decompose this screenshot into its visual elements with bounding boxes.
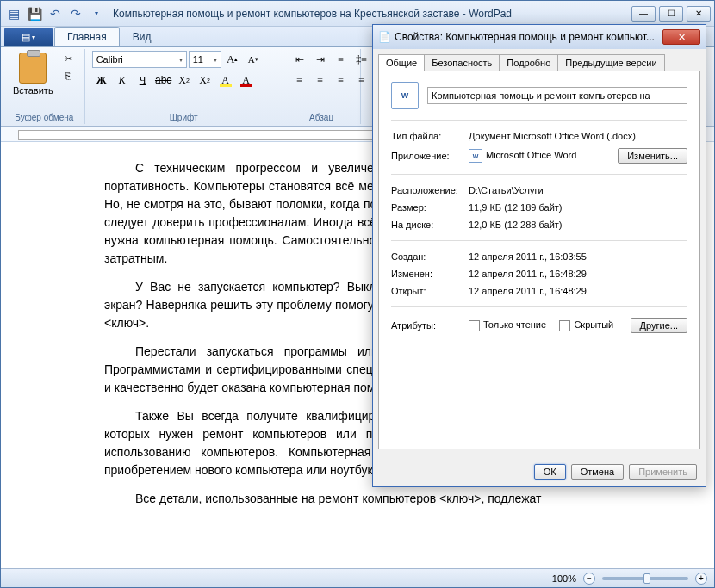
superscript-button[interactable]: X2 <box>196 71 214 89</box>
undo-icon[interactable]: ↶ <box>46 4 65 23</box>
statusbar: 100% − + <box>1 568 714 587</box>
cancel-button[interactable]: Отмена <box>571 464 624 480</box>
align-right-button[interactable]: ≡ <box>332 71 351 89</box>
italic-button[interactable]: К <box>113 71 132 89</box>
type-label: Тип файла: <box>391 131 469 141</box>
readonly-label: Только чтение <box>483 319 546 330</box>
attrs-value: Только чтение Скрытый <box>469 319 631 331</box>
window-title: Компьютерная помощь и ремонт компьютеров… <box>113 8 631 20</box>
location-value: D:\Статьи\Услуги <box>469 185 687 195</box>
dialog-title: Свойства: Компьютерная помощь и ремонт к… <box>395 31 662 43</box>
filename-input[interactable]: Компьютерная помощь и ремонт компьютеров… <box>427 87 687 104</box>
decrease-indent-button[interactable]: ⇤ <box>290 51 309 68</box>
strike-button[interactable]: abc <box>154 71 173 89</box>
tab-view[interactable]: Вид <box>120 27 165 46</box>
clipboard-group-label: Буфер обмена <box>11 111 78 122</box>
size-value: 11,9 КБ (12 189 байт) <box>469 202 687 213</box>
copy-icon[interactable]: ⎘ <box>60 68 78 84</box>
titlebar: ▤ 💾 ↶ ↷ ▾ Компьютерная помощь и ремонт к… <box>1 1 714 27</box>
change-app-button[interactable]: Изменить... <box>618 148 687 164</box>
zoom-slider[interactable] <box>602 577 688 580</box>
cut-icon[interactable]: ✂ <box>60 51 78 66</box>
other-attrs-button[interactable]: Другие... <box>631 318 687 333</box>
font-color-button[interactable]: A <box>237 71 256 89</box>
dialog-tabs: Общие Безопасность Подробно Предыдущие в… <box>378 54 700 71</box>
window-controls: — ☐ ✕ <box>631 6 711 22</box>
modified-label: Изменен: <box>391 269 469 279</box>
maximize-button[interactable]: ☐ <box>659 6 683 22</box>
zoom-level: 100% <box>552 573 576 584</box>
app-menu-icon[interactable]: ▤ <box>4 4 23 23</box>
zoom-in-button[interactable]: + <box>695 573 707 585</box>
apply-button[interactable]: Применить <box>629 464 697 480</box>
disk-value: 12,0 КБ (12 288 байт) <box>469 220 687 230</box>
dialog-icon: 📄 <box>378 31 391 43</box>
dialog-buttons: ОК Отмена Применить <box>373 457 706 486</box>
dialog-close-button[interactable]: ✕ <box>662 29 700 45</box>
tab-previous-versions[interactable]: Предыдущие версии <box>557 54 664 71</box>
created-label: Создан: <box>391 251 469 262</box>
location-label: Расположение: <box>391 185 469 195</box>
paragraph-group-label: Абзац <box>290 111 353 122</box>
subscript-button[interactable]: X2 <box>175 71 194 89</box>
disk-label: На диске: <box>391 220 469 230</box>
underline-button[interactable]: Ч <box>134 71 152 89</box>
font-name-value: Calibri <box>96 54 123 65</box>
word-icon: W <box>469 149 482 163</box>
app-value: WMicrosoft Office Word <box>469 149 618 163</box>
size-label: Размер: <box>391 202 469 213</box>
file-type-icon: W <box>391 82 419 109</box>
line-spacing-button[interactable]: ‡≡ <box>352 51 371 68</box>
modified-value: 12 апреля 2011 г., 16:48:29 <box>469 269 687 279</box>
readonly-checkbox[interactable] <box>469 320 480 331</box>
paste-button[interactable]: Вставить <box>11 51 55 97</box>
zoom-thumb[interactable] <box>644 573 650 584</box>
paragraph-group: ⇤ ⇥ ≡ ‡≡ ≡ ≡ ≡ ≡ Абзац <box>283 49 361 124</box>
paste-label: Вставить <box>13 85 53 96</box>
clipboard-icon <box>19 53 47 84</box>
tab-security[interactable]: Безопасность <box>424 54 500 71</box>
clipboard-group: Вставить ✂ ⎘ Буфер обмена <box>4 49 85 124</box>
ok-button[interactable]: ОК <box>534 464 566 480</box>
dialog-titlebar: 📄 Свойства: Компьютерная помощь и ремонт… <box>373 25 706 49</box>
accessed-label: Открыт: <box>391 286 469 296</box>
type-value: Документ Microsoft Office Word (.docx) <box>469 131 687 141</box>
increase-indent-button[interactable]: ⇥ <box>311 51 330 68</box>
font-size-value: 11 <box>193 54 203 65</box>
minimize-button[interactable]: — <box>631 6 656 22</box>
bold-button[interactable]: Ж <box>92 71 111 89</box>
justify-button[interactable]: ≡ <box>352 71 371 89</box>
highlight-button[interactable]: A <box>216 71 235 89</box>
created-value: 12 апреля 2011 г., 16:03:55 <box>469 251 687 262</box>
grow-font-button[interactable]: A▴ <box>223 51 242 68</box>
dialog-body: Общие Безопасность Подробно Предыдущие в… <box>373 49 706 457</box>
shrink-font-button[interactable]: A▾ <box>244 51 263 68</box>
paragraph-5: Все детали, использованные на ремонт ком… <box>104 490 680 508</box>
accessed-value: 12 апреля 2011 г., 16:48:29 <box>469 286 687 296</box>
properties-dialog: 📄 Свойства: Компьютерная помощь и ремонт… <box>372 24 706 487</box>
tab-details[interactable]: Подробно <box>499 54 558 71</box>
align-left-button[interactable]: ≡ <box>290 71 309 89</box>
zoom-out-button[interactable]: − <box>583 573 595 585</box>
save-icon[interactable]: 💾 <box>25 4 44 23</box>
file-menu-button[interactable]: ▤ ▾ <box>4 28 53 46</box>
font-name-combo[interactable]: Calibri▾ <box>92 51 187 68</box>
qat-dropdown-icon[interactable]: ▾ <box>87 4 106 23</box>
font-group-label: Шрифт <box>92 111 276 122</box>
font-size-combo[interactable]: 11▾ <box>189 51 221 68</box>
align-center-button[interactable]: ≡ <box>311 71 330 89</box>
attrs-label: Атрибуты: <box>391 320 469 331</box>
tab-content-general: W Компьютерная помощь и ремонт компьютер… <box>378 71 700 449</box>
tab-home[interactable]: Главная <box>54 27 120 46</box>
close-button[interactable]: ✕ <box>687 6 711 22</box>
quick-access-toolbar: ▤ 💾 ↶ ↷ ▾ <box>4 4 106 23</box>
font-group: Calibri▾ 11▾ A▴ A▾ Ж К Ч abc X2 X2 A A Ш… <box>85 49 283 124</box>
redo-icon[interactable]: ↷ <box>66 4 85 23</box>
bullets-button[interactable]: ≡ <box>332 51 351 68</box>
app-label: Приложение: <box>391 151 469 161</box>
hidden-label: Скрытый <box>574 319 613 330</box>
hidden-checkbox[interactable] <box>559 320 570 331</box>
tab-general[interactable]: Общие <box>378 54 425 71</box>
